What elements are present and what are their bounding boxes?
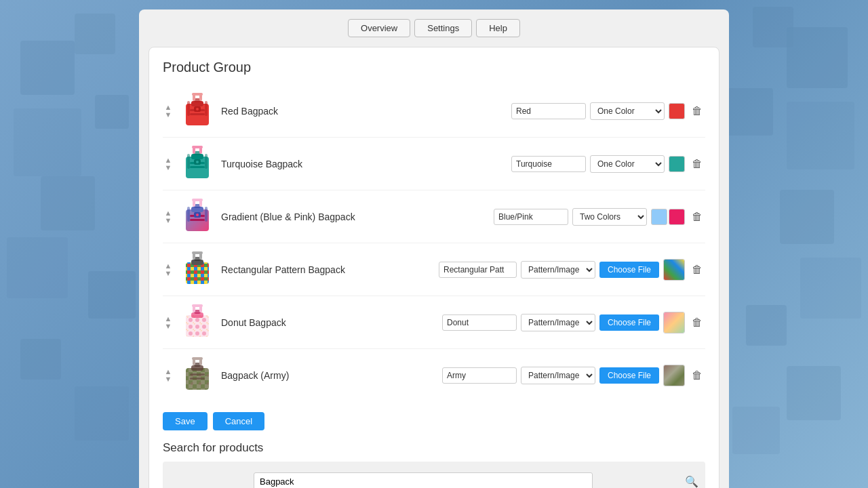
svg-rect-28: [190, 219, 205, 221]
svg-rect-8: [205, 101, 208, 116]
color-type-select-gradient[interactable]: One Color Two Colors Pattern/Image: [572, 208, 647, 226]
product-row-army: ▲ ▼: [163, 349, 705, 401]
search-input[interactable]: [254, 472, 593, 488]
color-swatch-red[interactable]: [669, 103, 685, 119]
product-controls-gradient: One Color Two Colors Pattern/Image 🗑: [494, 208, 705, 226]
color-type-select-turquoise[interactable]: One Color Two Colors Pattern/Image: [590, 155, 665, 173]
svg-rect-40: [186, 262, 209, 284]
color-name-input-turquoise[interactable]: [511, 156, 586, 172]
sort-handle-gradient[interactable]: ▲ ▼: [163, 209, 174, 224]
sort-down-rectangular[interactable]: ▼: [165, 270, 172, 277]
product-controls-donut: One Color Two Colors Pattern/Image Choos…: [442, 312, 705, 333]
product-image-gradient: [180, 197, 214, 236]
color-name-input-army[interactable]: [442, 367, 517, 384]
svg-point-18: [196, 161, 199, 163]
sort-up-gradient[interactable]: ▲: [165, 209, 172, 217]
save-button[interactable]: Save: [163, 412, 208, 430]
product-row-gradient: ▲ ▼: [163, 190, 705, 243]
product-image-rectangular: [180, 250, 214, 289]
color-swatch-gradient-pink[interactable]: [669, 209, 685, 225]
action-row: Save Cancel: [163, 412, 705, 430]
product-name-red: Red Bagpack: [221, 106, 505, 117]
svg-rect-55: [192, 304, 203, 307]
sort-handle-army[interactable]: ▲ ▼: [163, 368, 174, 383]
sort-handle-red[interactable]: ▲ ▼: [163, 104, 174, 119]
delete-btn-turquoise[interactable]: 🗑: [689, 157, 705, 171]
product-row-turquoise: ▲ ▼ Turquoise B: [163, 138, 705, 190]
sort-up-army[interactable]: ▲: [165, 368, 172, 375]
top-nav: Overview Settings Help: [139, 9, 729, 47]
delete-btn-army[interactable]: 🗑: [689, 368, 705, 383]
choose-file-btn-army[interactable]: Choose File: [599, 367, 659, 384]
pattern-thumb-army: [663, 365, 685, 386]
color-type-select-donut[interactable]: One Color Two Colors Pattern/Image: [521, 314, 595, 331]
delete-btn-donut[interactable]: 🗑: [689, 315, 705, 330]
sort-handle-turquoise[interactable]: ▲ ▼: [163, 157, 174, 171]
sort-down-red[interactable]: ▼: [165, 111, 172, 119]
sort-down-donut[interactable]: ▼: [165, 323, 172, 330]
svg-rect-31: [187, 207, 190, 222]
search-bar: 🔍: [170, 468, 698, 488]
color-swatches-gradient: [651, 209, 685, 225]
nav-settings[interactable]: Settings: [414, 19, 472, 37]
svg-rect-7: [187, 101, 190, 116]
product-name-rectangular: Rectangular Pattern Bagpack: [221, 264, 432, 275]
color-name-input-gradient[interactable]: [494, 209, 568, 225]
sort-up-red[interactable]: ▲: [165, 104, 172, 111]
product-controls-rectangular: One Color Two Colors Pattern/Image Choos…: [439, 259, 705, 281]
svg-rect-35: [192, 199, 203, 201]
color-name-input-rectangular[interactable]: [439, 262, 517, 278]
product-controls-turquoise: One Color Two Colors Pattern/Image 🗑: [511, 155, 705, 173]
color-type-select-red[interactable]: One Color Two Colors Pattern/Image: [590, 102, 665, 120]
product-image-turquoise: [180, 144, 214, 183]
sort-up-rectangular[interactable]: ▲: [165, 262, 172, 270]
pattern-thumb-donut: [663, 312, 685, 333]
sort-up-donut[interactable]: ▲: [165, 315, 172, 323]
sort-down-gradient[interactable]: ▼: [165, 217, 172, 224]
product-name-army: Bagpack (Army): [221, 370, 435, 381]
delete-btn-red[interactable]: 🗑: [689, 104, 705, 119]
color-name-input-donut[interactable]: [442, 314, 517, 331]
svg-rect-50: [186, 315, 209, 337]
product-row-donut: ▲ ▼: [163, 296, 705, 349]
svg-rect-20: [205, 154, 208, 169]
svg-rect-19: [187, 154, 190, 169]
svg-point-30: [196, 214, 199, 216]
svg-rect-67: [192, 357, 203, 360]
color-name-input-red[interactable]: [511, 103, 586, 119]
svg-rect-16: [190, 166, 205, 168]
product-name-turquoise: Turquoise Bagpack: [221, 159, 505, 169]
product-image-donut: [180, 303, 214, 342]
product-name-gradient: Gradient (Blue & Pink) Bagpack: [221, 211, 487, 222]
sort-handle-rectangular[interactable]: ▲ ▼: [163, 262, 174, 277]
delete-btn-gradient[interactable]: 🗑: [689, 209, 705, 224]
svg-rect-45: [192, 251, 203, 254]
product-controls-army: One Color Two Colors Pattern/Image Choos…: [442, 365, 705, 386]
sort-down-turquoise[interactable]: ▼: [165, 164, 172, 171]
color-swatch-gradient-blue[interactable]: [651, 209, 667, 225]
color-type-select-rectangular[interactable]: One Color Two Colors Pattern/Image: [521, 261, 595, 279]
search-title: Search for products: [163, 441, 705, 455]
svg-rect-11: [192, 93, 203, 96]
color-type-select-army[interactable]: One Color Two Colors Pattern/Image: [521, 367, 595, 384]
choose-file-btn-rectangular[interactable]: Choose File: [599, 262, 659, 278]
nav-help[interactable]: Help: [476, 19, 520, 37]
svg-rect-32: [205, 207, 208, 222]
svg-rect-23: [192, 146, 203, 148]
sort-down-army[interactable]: ▼: [165, 375, 172, 383]
sort-up-turquoise[interactable]: ▲: [165, 157, 172, 164]
choose-file-btn-donut[interactable]: Choose File: [599, 314, 659, 331]
outer-container: Overview Settings Help Product Group ▲ ▼: [139, 9, 729, 488]
sort-handle-donut[interactable]: ▲ ▼: [163, 315, 174, 330]
product-group-title: Product Group: [163, 60, 705, 75]
delete-btn-rectangular[interactable]: 🗑: [689, 262, 705, 277]
nav-overview[interactable]: Overview: [348, 19, 410, 37]
svg-point-6: [196, 108, 199, 110]
product-image-army: [180, 356, 214, 394]
main-card: Product Group ▲ ▼: [149, 47, 719, 488]
product-row-red: ▲ ▼ Red Bagpack: [163, 85, 705, 138]
pattern-thumb-rectangular: [663, 259, 685, 281]
cancel-button[interactable]: Cancel: [213, 412, 264, 430]
color-swatch-turquoise[interactable]: [669, 156, 685, 172]
search-icon-btn[interactable]: 🔍: [685, 475, 698, 488]
